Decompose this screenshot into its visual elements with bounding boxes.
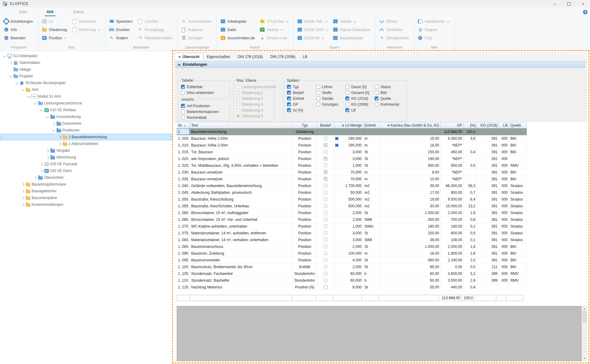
- checkbox[interactable]: [287, 96, 291, 100]
- chevron-right-icon[interactable]: [51, 123, 56, 125]
- ribbon-button-handbuecher[interactable]: Handbücher: [416, 17, 451, 25]
- checkbox[interactable]: [324, 136, 328, 140]
- tree-item-sj-arbeitsplatz[interactable]: SJ Arbeitsplatz: [0, 53, 172, 59]
- radio-button[interactable]: [236, 85, 240, 89]
- column-header-einheit[interactable]: Einheit: [363, 122, 380, 128]
- tree-item-1-baustelleneinrichtung[interactable]: 1 Baustelleneinrichtung: [0, 134, 172, 140]
- ribbon-tab-extras[interactable]: Extras: [64, 8, 94, 16]
- chevron-right-icon[interactable]: [21, 183, 25, 186]
- tree-item-modul-sj-ava[interactable]: AVAModul SJ AVA: [0, 93, 172, 100]
- tree-item-2-abbrucharbeiten[interactable]: 2 Abbrucharbeiten: [0, 140, 172, 147]
- column-header-text[interactable]: Text: [190, 122, 293, 128]
- checkbox[interactable]: [324, 231, 328, 235]
- ribbon-button-faq[interactable]: ?FAQ: [416, 34, 451, 42]
- ribbon-button-ausschneiden[interactable]: ✂Ausschneiden: [179, 17, 213, 25]
- checkbox-bieterinformationen[interactable]: Bieterinformationen: [178, 109, 230, 115]
- checkbox[interactable]: [181, 91, 185, 95]
- column-header-bedarf[interactable]: Bedarf: [317, 122, 334, 128]
- ribbon-button-bauzeitenplan[interactable]: →Bauzeitenplan: [331, 34, 372, 42]
- ribbon-button-dokument[interactable]: Dokument: [70, 17, 102, 25]
- checkbox-kommentar[interactable]: Kommentar: [372, 101, 401, 107]
- checkbox[interactable]: [316, 85, 320, 89]
- checkbox-typ[interactable]: Typ: [284, 84, 313, 90]
- ribbon-button-gaeb-90[interactable]: →GAEB 90: [295, 34, 330, 42]
- checkbox[interactable]: [324, 170, 328, 174]
- chevron-right-icon[interactable]: [39, 163, 43, 165]
- checkbox[interactable]: [181, 85, 185, 89]
- checkbox-gesamt-h[interactable]: Gesamt [h]: [343, 90, 372, 96]
- checkbox-mit-positionen[interactable]: mit Positionen: [178, 103, 230, 109]
- ribbon-button-uebergeordnet[interactable]: ↰Übergeordnet: [377, 34, 411, 42]
- checkbox-kg-2018[interactable]: KG (2018): [343, 96, 372, 101]
- vertical-scrollbar[interactable]: ▲ ▼: [582, 306, 587, 361]
- checkbox[interactable]: [324, 265, 328, 269]
- column-header-lv-menge[interactable]: ★LV-Menge: [334, 122, 363, 128]
- checkbox-einheit[interactable]: Einheit: [284, 96, 313, 101]
- tree-item-bauzeitenpl-ne[interactable]: Bauzeitenpläne: [0, 194, 172, 201]
- checkbox[interactable]: [345, 102, 349, 106]
- ribbon-button-support[interactable]: @Support: [416, 25, 451, 34]
- ribbon-button-rechnung[interactable]: Rechnung: [70, 25, 102, 34]
- column-header-[interactable]: [%]: [464, 122, 477, 128]
- tree-item-vergabe[interactable]: Vergabe: [0, 147, 172, 154]
- chevron-down-icon[interactable]: [2, 55, 6, 57]
- ribbon-button-kopieren[interactable]: Kopieren: [179, 25, 213, 34]
- table-row[interactable]: 1..025.Tor, Mobilbauzaun, 2flg, 4,00m, v…: [177, 162, 527, 169]
- checkbox-kg-2008[interactable]: KG (2008): [343, 101, 372, 107]
- checkbox[interactable]: [324, 217, 328, 221]
- checkbox-dauer-h[interactable]: Dauer [h]: [343, 84, 372, 90]
- radio-gliederung-3[interactable]: Gliederung 3: [234, 101, 274, 107]
- checkbox[interactable]: [324, 157, 328, 161]
- radio-gliederung-2[interactable]: Gliederung 2: [234, 96, 274, 101]
- ribbon-button-gaeb-xml[interactable]: →GAEB XML: [295, 17, 330, 25]
- checkbox[interactable]: [324, 143, 328, 147]
- table-row[interactable]: 1..120.Nachtrag MeterrissPosition (N)8,0…: [177, 284, 527, 291]
- tree-item-ablage[interactable]: Ablage: [0, 66, 172, 73]
- checkbox[interactable]: [345, 91, 349, 95]
- tree-item-projekte[interactable]: Projekte: [0, 73, 172, 80]
- checkbox[interactable]: [324, 238, 328, 242]
- chevron-right-icon[interactable]: [45, 156, 49, 159]
- table-row[interactable]: 1..045.Abdeckung Stahlplatten, provisori…: [177, 189, 527, 196]
- checkbox[interactable]: [324, 251, 328, 255]
- tree-item-010-ve-rohbau[interactable]: LV010 VE Rohbau: [0, 107, 172, 113]
- tree-item-00-muster-musterprojekt[interactable]: 00-Muster Musterprojekt: [0, 80, 172, 86]
- checkbox-infos-einblenden[interactable]: Infos einblenden: [178, 90, 230, 96]
- table-row[interactable]: 1..100.Baumschutz, Brettermantel, bis 30…: [177, 264, 527, 270]
- checkbox[interactable]: [324, 278, 328, 282]
- checkbox[interactable]: [345, 108, 349, 112]
- table-row[interactable]: 1..015.Tür, BauzaunPosition3,000St150,00…: [177, 149, 527, 155]
- checkbox[interactable]: [324, 150, 328, 154]
- tree-item-leistungsverzeichnisse[interactable]: Leistungsverzeichnisse: [0, 100, 172, 107]
- table-row[interactable]: 1..040.Gelände vorbereiten, Baustellenei…: [177, 182, 527, 189]
- ribbon-button-speichern[interactable]: Speichern: [107, 17, 135, 25]
- ribbon-tab-ava[interactable]: AVA: [37, 8, 64, 16]
- ribbon-button-position[interactable]: PPosition: [40, 34, 69, 42]
- ribbon-tab-start[interactable]: Start: [9, 8, 37, 16]
- chevron-down-icon[interactable]: [21, 89, 25, 91]
- tree-item-bersichten[interactable]: Übersichten: [0, 174, 172, 181]
- chevron-right-icon[interactable]: [21, 197, 25, 199]
- table-row[interactable]: 1..080.Materialcontainer, 14 m³, vorhalt…: [177, 237, 527, 243]
- ribbon-button-gaeb-2000[interactable]: →GAEB 2000: [295, 25, 330, 34]
- checkbox[interactable]: [345, 85, 349, 89]
- checkbox-gp[interactable]: GP: [284, 101, 313, 107]
- table-group-row[interactable]: 1BaustelleneinrichtungGliederung-113.668…: [177, 128, 527, 135]
- chevron-right-icon[interactable]: [21, 190, 25, 192]
- checkbox[interactable]: [287, 102, 291, 106]
- chevron-down-icon[interactable]: [51, 130, 56, 131]
- close-button[interactable]: ×: [576, 0, 590, 7]
- chevron-right-icon[interactable]: [33, 177, 37, 179]
- checkbox[interactable]: [324, 272, 328, 276]
- ribbon-button-sirados-live[interactable]: ▲Sirados Live: [258, 34, 290, 42]
- ribbon-button-stlb-bau[interactable]: SSTLB-Bau: [258, 17, 290, 25]
- tree-item-positionen[interactable]: Positionen: [0, 127, 172, 134]
- chevron-down-icon[interactable]: [39, 109, 43, 111]
- ribbon-button-tabelle[interactable]: →Tabelle: [331, 17, 372, 25]
- column-header-kg-2018[interactable]: KG (2018): [477, 122, 499, 128]
- chevron-right-icon[interactable]: [8, 62, 13, 64]
- ribbon-button-ausschreiben-de[interactable]: AAusschreiben.de: [218, 34, 257, 42]
- ribbon-button-gliederung[interactable]: Gliederung: [40, 25, 69, 34]
- table-row[interactable]: 1..030.Bauzaun umsetzenPosition70,000m9,…: [177, 169, 527, 176]
- table-row[interactable]: 1..050.Baustraße, KiesschüttungPosition5…: [177, 196, 527, 203]
